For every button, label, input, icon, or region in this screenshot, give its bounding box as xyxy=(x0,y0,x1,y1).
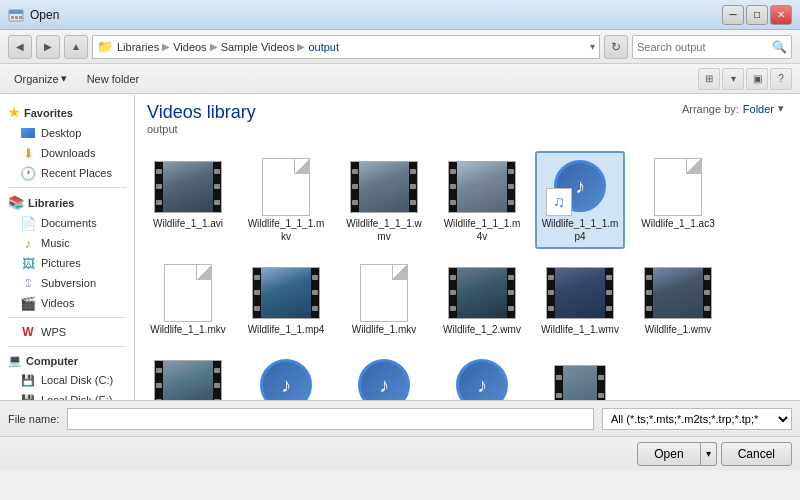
svg-rect-2 xyxy=(11,16,14,19)
file-item-wildlife-ac3[interactable]: Wildlife_1_1.ac3 xyxy=(633,151,723,249)
search-input[interactable] xyxy=(637,41,768,53)
sidebar-favorites-section: ★ Favorites Desktop ⬇ Downloads 🕐 Recent… xyxy=(0,102,134,183)
file-item-audio-3[interactable]: ♪ xyxy=(437,350,527,400)
main-content: ★ Favorites Desktop ⬇ Downloads 🕐 Recent… xyxy=(0,94,800,400)
generic-file-icon xyxy=(164,264,212,322)
file-item-wildlife-avi[interactable]: Wildlife_1_1.avi xyxy=(143,151,233,249)
file-item-wildlife-1-mkv[interactable]: Wildlife_1.mkv xyxy=(339,257,429,342)
file-item-wildlife-m4v[interactable]: Wildlife_1_1_1.m4v xyxy=(437,151,527,249)
file-thumb xyxy=(153,263,223,323)
breadcrumb-videos: Videos xyxy=(173,41,206,53)
sidebar-item-drive-e[interactable]: 💾 Local Disk (E:) xyxy=(0,390,134,400)
file-thumb xyxy=(251,157,321,217)
videos-icon: 🎬 xyxy=(20,296,36,310)
organize-dropdown-icon: ▾ xyxy=(61,72,67,85)
sidebar-item-videos[interactable]: 🎬 Videos xyxy=(0,293,134,313)
filename-input[interactable] xyxy=(67,408,594,430)
view-change-button[interactable]: ⊞ xyxy=(698,68,720,90)
documents-icon: 📄 xyxy=(20,216,36,230)
sidebar-item-wps[interactable]: W WPS xyxy=(0,322,134,342)
address-dropdown-icon[interactable]: ▾ xyxy=(590,41,595,52)
refresh-button[interactable]: ↻ xyxy=(604,35,628,59)
view-dropdown-button[interactable]: ▾ xyxy=(722,68,744,90)
file-item-wildlife-mp4-selected[interactable]: ♪ ♫ Wildlife_1_1_1.mp4 xyxy=(535,151,625,249)
desktop-icon xyxy=(20,126,36,140)
file-item-date-mp4[interactable]: ♪ 2018-09-28 11.17.10.mp4 xyxy=(241,350,331,400)
file-item-wildlife-1-wmv[interactable]: Wildlife_1.wmv xyxy=(633,257,723,342)
cancel-button[interactable]: Cancel xyxy=(721,442,792,466)
divider-2 xyxy=(8,317,126,318)
file-area: Videos library output Arrange by: Folder… xyxy=(135,94,800,400)
file-item-small-video[interactable] xyxy=(535,350,625,400)
pictures-icon: 🖼 xyxy=(20,256,36,270)
arrange-by-label: Arrange by: xyxy=(682,103,739,115)
file-item-wildlife-mp4-2[interactable]: Wildlife_1_1.mp4 xyxy=(241,257,331,342)
folder-icon: 📁 xyxy=(97,39,113,54)
file-item-wildlife-11-wmv[interactable]: Wildlife_1_1.wmv xyxy=(535,257,625,342)
file-item-audio-2[interactable]: ♪ xyxy=(339,350,429,400)
video-thumbnail xyxy=(448,267,516,319)
back-button[interactable]: ◀ xyxy=(8,35,32,59)
file-item-wildlife-12-wmv[interactable]: Wildlife_1_2.wmv xyxy=(437,257,527,342)
sidebar-libraries-header: 📚 Libraries xyxy=(0,192,134,213)
help-button[interactable]: ? xyxy=(770,68,792,90)
arrange-value[interactable]: Folder xyxy=(743,103,774,115)
subversion-icon: ⑄ xyxy=(20,276,36,290)
drive-c-icon: 💾 xyxy=(20,373,36,387)
svg-rect-3 xyxy=(15,16,18,19)
breadcrumb: Libraries ▶ Videos ▶ Sample Videos ▶ out… xyxy=(117,41,339,53)
filetype-select[interactable]: All (*.ts;*.mts;*.m2ts;*.trp;*.tp;* xyxy=(602,408,792,430)
sidebar-wps-section: W WPS xyxy=(0,322,134,342)
sidebar-item-downloads[interactable]: ⬇ Downloads xyxy=(0,143,134,163)
video-thumbnail xyxy=(448,161,516,213)
file-name: Wildlife_1_2.wmv xyxy=(443,323,521,336)
open-dropdown-button[interactable]: ▾ xyxy=(701,442,717,466)
sidebar-item-music[interactable]: ♪ Music xyxy=(0,233,134,253)
file-item-wildlife-11-mp4-3[interactable]: Wildlife_1_1.mp4 xyxy=(143,350,233,400)
star-icon: ★ xyxy=(8,105,20,120)
file-name: Wildlife_1_1_1.mkv xyxy=(247,217,325,243)
downloads-icon: ⬇ xyxy=(20,146,36,160)
sidebar-item-drive-c[interactable]: 💾 Local Disk (C:) xyxy=(0,370,134,390)
divider-1 xyxy=(8,187,126,188)
file-thumb xyxy=(447,263,517,323)
open-button-wrapper: Open ▾ xyxy=(637,442,716,466)
file-item-wildlife-mkv1[interactable]: Wildlife_1_1_1.mkv xyxy=(241,151,331,249)
address-bar[interactable]: 📁 Libraries ▶ Videos ▶ Sample Videos ▶ o… xyxy=(92,35,600,59)
file-thumb xyxy=(349,263,419,323)
breadcrumb-libraries: Libraries xyxy=(117,41,159,53)
file-item-wildlife-mkv2[interactable]: Wildlife_1_1.mkv xyxy=(143,257,233,342)
toolbar: ◀ ▶ ▲ 📁 Libraries ▶ Videos ▶ Sample Vide… xyxy=(0,30,800,64)
sidebar-item-subversion[interactable]: ⑄ Subversion xyxy=(0,273,134,293)
organize-button[interactable]: Organize ▾ xyxy=(8,70,73,87)
recent-places-icon: 🕐 xyxy=(20,166,36,180)
search-icon: 🔍 xyxy=(772,40,787,54)
new-folder-button[interactable]: New folder xyxy=(81,71,146,87)
sidebar-item-recent-places[interactable]: 🕐 Recent Places xyxy=(0,163,134,183)
search-box[interactable]: 🔍 xyxy=(632,35,792,59)
file-name: Wildlife_1_1.mkv xyxy=(150,323,226,336)
generic-file-icon xyxy=(262,158,310,216)
arrange-bar: Arrange by: Folder ▾ xyxy=(682,102,784,115)
file-name: Wildlife_1_1.avi xyxy=(153,217,223,230)
drive-e-icon: 💾 xyxy=(20,393,36,400)
up-button[interactable]: ▲ xyxy=(64,35,88,59)
open-button[interactable]: Open xyxy=(637,442,700,466)
forward-button[interactable]: ▶ xyxy=(36,35,60,59)
computer-icon: 💻 xyxy=(8,354,22,367)
close-button[interactable]: ✕ xyxy=(770,5,792,25)
file-item-wildlife-wmv1[interactable]: Wildlife_1_1_1.wmv xyxy=(339,151,429,249)
maximize-button[interactable]: □ xyxy=(746,5,768,25)
wps-icon: W xyxy=(20,325,36,339)
sidebar-item-documents[interactable]: 📄 Documents xyxy=(0,213,134,233)
minimize-button[interactable]: ─ xyxy=(722,5,744,25)
sidebar-favorites-header: ★ Favorites xyxy=(0,102,134,123)
file-thumb: ♪ xyxy=(447,356,517,400)
file-thumb xyxy=(349,157,419,217)
file-name: Wildlife_1_1_1.mp4 xyxy=(541,217,619,243)
sidebar-item-desktop[interactable]: Desktop xyxy=(0,123,134,143)
file-thumb xyxy=(153,157,223,217)
file-grid: Wildlife_1_1.avi Wildlife_1_1_1.mkv xyxy=(135,143,800,400)
preview-button[interactable]: ▣ xyxy=(746,68,768,90)
sidebar-item-pictures[interactable]: 🖼 Pictures xyxy=(0,253,134,273)
